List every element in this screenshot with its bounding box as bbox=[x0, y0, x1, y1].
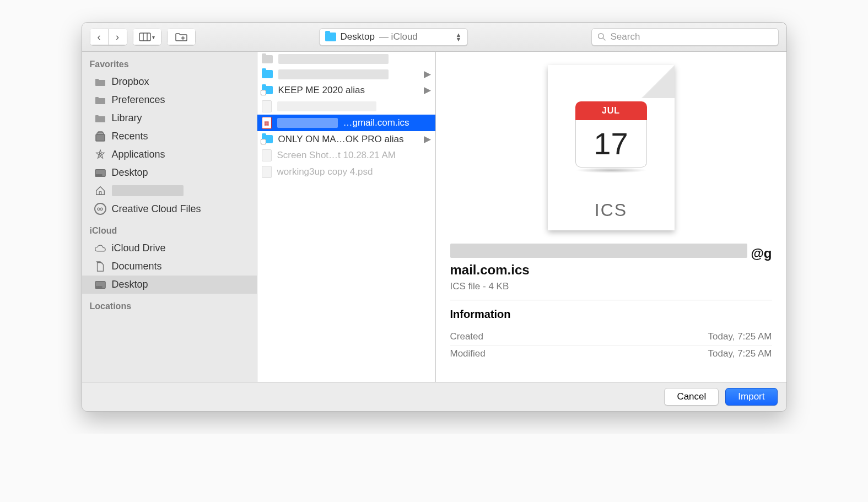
folder-icon bbox=[325, 33, 336, 41]
sidebar-item-documents[interactable]: Documents bbox=[82, 257, 257, 276]
location-suffix: — iCloud bbox=[379, 31, 418, 42]
folder-icon bbox=[262, 70, 273, 78]
information-header: Information bbox=[450, 308, 772, 321]
svg-rect-19 bbox=[100, 286, 102, 287]
sidebar-label: Desktop bbox=[112, 167, 148, 179]
sidebar-item-home[interactable] bbox=[82, 182, 257, 199]
modified-value: Today, 7:25 AM bbox=[708, 348, 772, 359]
cancel-button[interactable]: Cancel bbox=[664, 388, 719, 406]
svg-rect-0 bbox=[139, 33, 150, 41]
view-mode[interactable]: ▾ bbox=[133, 29, 161, 45]
sidebar-section-favorites: Favorites bbox=[82, 52, 257, 73]
created-row: Created Today, 7:25 AM bbox=[450, 328, 772, 345]
created-label: Created bbox=[450, 331, 483, 342]
filename: working3up copy 4.psd bbox=[277, 166, 373, 177]
new-folder-button[interactable] bbox=[167, 29, 196, 45]
chevron-right-icon: › bbox=[116, 31, 119, 43]
forward-button[interactable]: › bbox=[109, 29, 127, 45]
preview-pane: JUL 17 ICS @g mail.com.ics ICS file - 4 … bbox=[436, 52, 786, 382]
search-field[interactable] bbox=[591, 28, 779, 46]
folder-icon bbox=[262, 55, 273, 63]
created-value: Today, 7:25 AM bbox=[708, 331, 772, 342]
search-icon bbox=[597, 33, 606, 41]
page-fold-icon bbox=[641, 65, 675, 98]
svg-rect-15 bbox=[99, 192, 101, 195]
file-row[interactable]: ▶ bbox=[257, 66, 435, 82]
columns-view-button[interactable]: ▾ bbox=[133, 29, 161, 45]
modified-label: Modified bbox=[450, 348, 486, 359]
sidebar-label: Desktop bbox=[112, 279, 148, 290]
folder-plus-icon bbox=[175, 33, 187, 41]
sidebar-label: Preferences bbox=[112, 94, 165, 106]
redacted-title-prefix bbox=[450, 244, 748, 258]
sidebar-label: Library bbox=[112, 112, 142, 124]
folder-icon bbox=[94, 77, 106, 87]
redacted-filename bbox=[278, 54, 389, 64]
disclosure-arrow-icon: ▶ bbox=[424, 68, 431, 80]
file-subtitle: ICS file - 4 KB bbox=[450, 281, 772, 292]
back-button[interactable]: ‹ bbox=[90, 29, 109, 45]
svg-rect-9 bbox=[98, 132, 103, 133]
chevron-left-icon: ‹ bbox=[98, 31, 101, 43]
nav-buttons: ‹ › bbox=[90, 29, 127, 45]
sidebar-item-preferences[interactable]: Preferences bbox=[82, 91, 257, 109]
sidebar-item-applications[interactable]: Applications bbox=[82, 145, 257, 164]
svg-line-6 bbox=[603, 38, 605, 40]
footer: Cancel Import bbox=[82, 382, 786, 411]
sidebar-section-icloud: iCloud bbox=[82, 218, 257, 239]
search-input[interactable] bbox=[610, 31, 773, 43]
home-icon bbox=[94, 186, 106, 196]
file-row[interactable]: KEEP ME 2020 alias ▶ bbox=[257, 82, 435, 98]
location-name: Desktop bbox=[341, 31, 375, 42]
import-button[interactable]: Import bbox=[725, 388, 777, 406]
sidebar-label: Applications bbox=[112, 149, 165, 160]
disclosure-arrow-icon: ▶ bbox=[424, 133, 431, 145]
file-dim-icon bbox=[262, 100, 272, 112]
sidebar-item-desktop-icloud[interactable]: Desktop bbox=[82, 276, 257, 294]
desktop-icon bbox=[94, 280, 106, 290]
redacted-filename-prefix bbox=[277, 118, 338, 128]
sidebar-item-icloud-drive[interactable]: iCloud Drive bbox=[82, 239, 257, 257]
file-thumbnail: JUL 17 ICS bbox=[548, 65, 675, 230]
creative-cloud-icon: ∞ bbox=[94, 203, 106, 215]
file-row-selected[interactable]: ▦ …gmail.com.ics bbox=[257, 115, 435, 131]
applications-icon bbox=[94, 150, 106, 160]
sidebar-item-recents[interactable]: Recents bbox=[82, 127, 257, 145]
updown-icon: ▲▼ bbox=[456, 33, 462, 41]
file-row[interactable]: working3up copy 4.psd bbox=[257, 164, 435, 180]
sidebar-label: iCloud Drive bbox=[112, 242, 166, 254]
sidebar-item-desktop-fav[interactable]: Desktop bbox=[82, 164, 257, 182]
image-file-icon bbox=[262, 149, 272, 161]
psd-file-icon bbox=[262, 166, 272, 178]
redacted-filename bbox=[278, 69, 389, 79]
file-row[interactable]: Screen Shot…t 10.28.21 AM bbox=[257, 147, 435, 164]
folder-alias-icon bbox=[262, 135, 273, 143]
open-panel: ‹ › ▾ Desktop — iCloud ▲▼ bbox=[82, 22, 787, 412]
sidebar-label: Creative Cloud Files bbox=[112, 203, 201, 215]
sidebar-label: Documents bbox=[112, 261, 162, 272]
svg-rect-14 bbox=[100, 174, 102, 175]
panel-body: Favorites Dropbox Preferences Library Re… bbox=[82, 52, 786, 382]
modified-row: Modified Today, 7:25 AM bbox=[450, 345, 772, 362]
sidebar-item-dropbox[interactable]: Dropbox bbox=[82, 73, 257, 91]
file-row[interactable]: ONLY ON MA…OK PRO alias ▶ bbox=[257, 131, 435, 147]
documents-icon bbox=[94, 262, 106, 272]
sidebar: Favorites Dropbox Preferences Library Re… bbox=[82, 52, 257, 382]
folder-icon bbox=[94, 95, 106, 105]
calendar-icon: JUL 17 bbox=[575, 101, 647, 173]
desktop-icon bbox=[94, 168, 106, 178]
cal-month: JUL bbox=[602, 106, 620, 116]
disclosure-arrow-icon: ▶ bbox=[424, 84, 431, 96]
file-row[interactable] bbox=[257, 98, 435, 115]
sidebar-item-library[interactable]: Library bbox=[82, 109, 257, 127]
location-popup[interactable]: Desktop — iCloud ▲▼ bbox=[319, 28, 468, 46]
ics-file-icon: ▦ bbox=[262, 117, 272, 129]
recents-icon bbox=[94, 132, 106, 142]
svg-rect-13 bbox=[98, 174, 100, 175]
toolbar: ‹ › ▾ Desktop — iCloud ▲▼ bbox=[82, 23, 786, 52]
svg-rect-17 bbox=[96, 286, 98, 287]
svg-rect-12 bbox=[96, 174, 98, 175]
sidebar-item-cc-files[interactable]: ∞ Creative Cloud Files bbox=[82, 199, 257, 218]
file-row[interactable] bbox=[257, 52, 435, 66]
folder-icon bbox=[94, 114, 106, 123]
